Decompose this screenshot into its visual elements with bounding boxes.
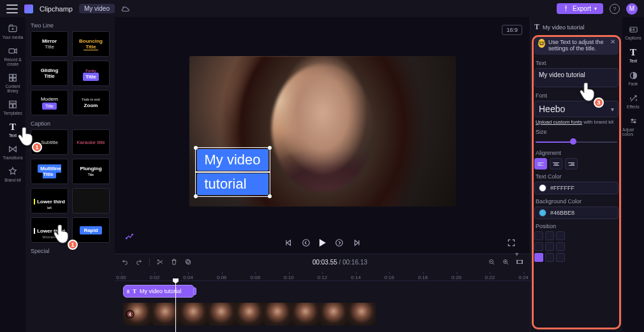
redo-icon[interactable] — [135, 258, 143, 266]
frame-forward-icon[interactable] — [335, 238, 344, 247]
delete-icon[interactable] — [170, 258, 178, 266]
svg-point-22 — [631, 119, 633, 121]
video-clip[interactable]: 🔇 — [123, 303, 377, 326]
slider-knob[interactable] — [570, 138, 576, 145]
tpl-funky[interactable]: FunkyTitle — [72, 61, 110, 86]
close-icon[interactable]: ✕ — [610, 38, 615, 45]
undo-icon[interactable] — [121, 258, 129, 266]
size-slider[interactable] — [536, 137, 617, 146]
rrail-captions[interactable]: Captions — [622, 22, 644, 43]
rail-item-text[interactable]: T Text — [0, 119, 26, 140]
aspect-ratio-badge[interactable]: 16:9 — [502, 25, 522, 35]
playhead[interactable] — [175, 281, 176, 332]
pos-br[interactable] — [556, 253, 565, 262]
ruler-tick: 0:02 — [150, 275, 160, 280]
split-icon[interactable] — [156, 258, 164, 266]
text-color-picker[interactable]: #FFFFFF — [534, 182, 618, 194]
title-overlay-line1[interactable]: My video — [197, 149, 268, 171]
tpl-rapid[interactable]: Rapid — [72, 217, 110, 243]
rrail-adjust[interactable]: Adjust colors — [622, 114, 644, 139]
ruler-tick: 0:24 — [518, 275, 529, 280]
rail-item-templates[interactable]: Templates — [0, 97, 26, 118]
hint-box: 🤓 Use Text to adjust the settings of the… — [534, 36, 618, 55]
export-button[interactable]: ⭱ Export ▾ — [557, 3, 603, 14]
pos-bl[interactable] — [534, 253, 543, 262]
svg-rect-8 — [13, 104, 17, 108]
tpl-modern[interactable]: ModernTitle — [31, 90, 68, 115]
frame-back-icon[interactable] — [302, 238, 311, 247]
tpl-karaoke[interactable]: Karaoke title — [72, 129, 110, 155]
zoom-out-icon[interactable] — [488, 258, 495, 266]
text-clip[interactable]: T My video tutorial — [123, 285, 194, 298]
ruler-tick: 0:06 — [217, 275, 227, 280]
skip-end-icon[interactable] — [353, 238, 362, 247]
hint-text: Use Text to adjust the settings of the t… — [548, 39, 615, 52]
panel-header: T My video tutorial — [534, 22, 618, 32]
label-text-color: Text Color — [536, 173, 618, 180]
section-caption: Caption — [31, 120, 110, 127]
brand-name: Clipchamp — [40, 5, 73, 13]
tpl-lowerthird-min[interactable]: Lower thirdMinimalist — [31, 217, 68, 243]
align-right-button[interactable] — [565, 158, 578, 170]
timeline-timecode: 00:03.55 / 00:16.13 — [198, 259, 481, 266]
fullscreen-icon[interactable] — [507, 238, 516, 247]
tpl-lowerthird-left[interactable]: Lower thirdleft — [31, 188, 68, 213]
tpl-blank-1[interactable] — [72, 188, 110, 213]
tpl-mirror[interactable]: MirrorTitle — [31, 31, 68, 57]
text-input[interactable] — [534, 68, 618, 87]
camera-icon — [8, 46, 18, 56]
skip-start-icon[interactable] — [284, 238, 293, 247]
bg-color-swatch — [539, 209, 546, 217]
title-overlay-line2[interactable]: tutorial — [197, 173, 268, 195]
rail-item-transitions[interactable]: Transitions — [0, 141, 26, 162]
pos-mr[interactable] — [556, 242, 565, 251]
help-icon[interactable]: ? — [610, 4, 620, 14]
captions-icon — [629, 25, 638, 34]
pos-tl[interactable] — [534, 231, 543, 240]
svg-point-14 — [157, 263, 159, 264]
zoom-fit-icon[interactable] — [516, 258, 523, 266]
app-logo — [24, 4, 33, 13]
svg-point-11 — [302, 240, 309, 247]
upload-fonts-anchor[interactable]: Upload custom fonts — [536, 119, 582, 125]
timeline: 00:03.55 / 00:16.13 0:000:020:040:060:08… — [115, 254, 530, 332]
pos-mc[interactable] — [545, 242, 554, 251]
mute-icon[interactable]: 🔇 — [126, 310, 135, 319]
tpl-bouncing[interactable]: BouncingTitle — [72, 31, 110, 57]
transport-controls: ▾ — [115, 232, 530, 254]
label-alignment: Alignment — [536, 150, 618, 156]
label-bg-color: Background Color — [536, 198, 618, 205]
bg-color-picker[interactable]: #46BBE8 — [534, 206, 618, 219]
rrail-effects[interactable]: Effects — [622, 91, 644, 112]
panel-resize-icon[interactable]: ▾ — [515, 250, 518, 257]
menu-icon[interactable] — [6, 4, 18, 13]
video-title-tab[interactable]: My video — [79, 4, 115, 13]
label-font: Font — [536, 92, 618, 99]
rrail-fade[interactable]: Fade — [622, 68, 644, 89]
play-button[interactable] — [319, 239, 326, 247]
rail-item-content-library[interactable]: Content library — [0, 70, 26, 96]
duplicate-icon[interactable] — [184, 258, 192, 266]
svg-rect-4 — [10, 78, 13, 82]
tpl-multiline[interactable]: MultilineTitle — [31, 159, 68, 184]
tpl-zoom[interactable]: Fade to endZoom — [72, 90, 110, 115]
rail-item-your-media[interactable]: Your media — [0, 21, 26, 42]
align-left-button[interactable] — [534, 158, 547, 170]
tpl-plunging[interactable]: PlungingTitle — [72, 159, 110, 184]
zoom-in-icon[interactable] — [502, 258, 509, 266]
font-select[interactable]: Heebo ▾ — [534, 101, 618, 117]
adjust-colors-icon — [629, 117, 638, 126]
video-canvas[interactable]: My video tutorial — [189, 56, 456, 206]
align-center-button[interactable] — [550, 158, 562, 170]
avatar[interactable]: M — [626, 3, 638, 15]
pos-tr[interactable] — [556, 231, 565, 240]
pos-ml[interactable] — [534, 242, 543, 251]
rail-item-record[interactable]: Record & create — [0, 43, 26, 69]
tpl-subtitle[interactable]: Subtitle — [31, 129, 68, 155]
rrail-text[interactable]: T Text — [622, 45, 644, 66]
rail-item-brand-kit[interactable]: Brand kit — [0, 164, 26, 185]
title-overlay[interactable]: My video tutorial — [197, 149, 268, 195]
pos-bc[interactable] — [545, 253, 554, 262]
tpl-gliding[interactable]: GlidingTitle — [31, 61, 68, 86]
pos-tc[interactable] — [545, 231, 554, 240]
